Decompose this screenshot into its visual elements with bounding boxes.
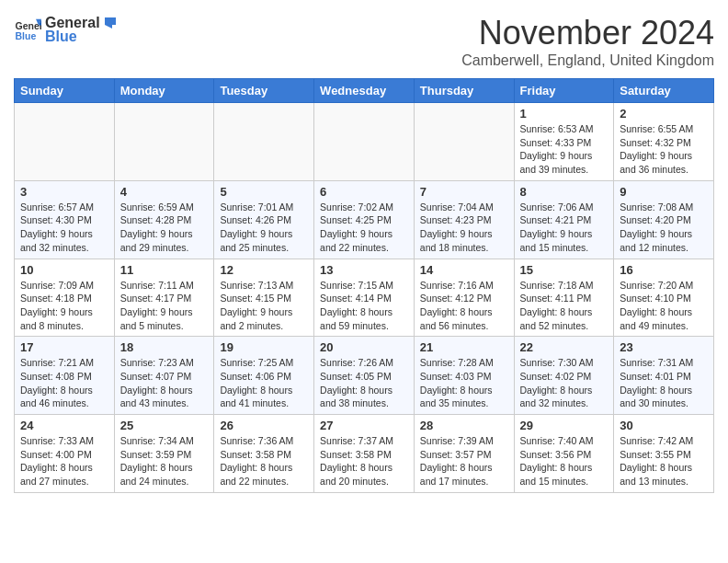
day-number: 4 bbox=[120, 185, 209, 199]
weekday-header-wednesday: Wednesday bbox=[314, 79, 415, 103]
calendar-cell: 1Sunrise: 6:53 AM Sunset: 4:33 PM Daylig… bbox=[514, 103, 614, 181]
calendar-cell: 18Sunrise: 7:23 AM Sunset: 4:07 PM Dayli… bbox=[114, 337, 214, 415]
day-info: Sunrise: 7:04 AM Sunset: 4:23 PM Dayligh… bbox=[420, 201, 508, 255]
logo-icon: General Blue bbox=[14, 16, 41, 43]
calendar-cell: 17Sunrise: 7:21 AM Sunset: 4:08 PM Dayli… bbox=[15, 337, 115, 415]
weekday-header-tuesday: Tuesday bbox=[214, 79, 314, 103]
calendar-week-row: 10Sunrise: 7:09 AM Sunset: 4:18 PM Dayli… bbox=[15, 259, 714, 337]
day-number: 29 bbox=[520, 419, 609, 432]
day-info: Sunrise: 7:16 AM Sunset: 4:12 PM Dayligh… bbox=[420, 279, 508, 333]
day-number: 7 bbox=[420, 185, 508, 199]
logo-arrow-icon bbox=[101, 14, 119, 32]
calendar-cell: 16Sunrise: 7:20 AM Sunset: 4:10 PM Dayli… bbox=[614, 259, 714, 337]
calendar-cell bbox=[414, 103, 514, 181]
day-number: 22 bbox=[520, 340, 609, 354]
calendar-cell: 15Sunrise: 7:18 AM Sunset: 4:11 PM Dayli… bbox=[514, 259, 614, 337]
calendar-cell: 5Sunrise: 7:01 AM Sunset: 4:26 PM Daylig… bbox=[214, 180, 314, 259]
calendar-cell: 2Sunrise: 6:55 AM Sunset: 4:32 PM Daylig… bbox=[614, 103, 714, 181]
calendar-cell: 11Sunrise: 7:11 AM Sunset: 4:17 PM Dayli… bbox=[114, 259, 214, 337]
day-number: 6 bbox=[320, 185, 408, 199]
day-info: Sunrise: 7:08 AM Sunset: 4:20 PM Dayligh… bbox=[620, 201, 708, 255]
calendar-cell bbox=[15, 103, 115, 181]
day-info: Sunrise: 7:15 AM Sunset: 4:14 PM Dayligh… bbox=[320, 279, 408, 333]
day-number: 14 bbox=[420, 263, 508, 277]
day-info: Sunrise: 7:28 AM Sunset: 4:03 PM Dayligh… bbox=[420, 356, 508, 410]
day-info: Sunrise: 7:23 AM Sunset: 4:07 PM Dayligh… bbox=[120, 356, 209, 410]
day-number: 24 bbox=[20, 419, 108, 432]
calendar-header-row: SundayMondayTuesdayWednesdayThursdayFrid… bbox=[15, 79, 714, 103]
day-info: Sunrise: 6:57 AM Sunset: 4:30 PM Dayligh… bbox=[20, 201, 108, 255]
day-info: Sunrise: 7:42 AM Sunset: 3:55 PM Dayligh… bbox=[620, 434, 708, 488]
day-number: 17 bbox=[20, 340, 108, 354]
day-info: Sunrise: 7:33 AM Sunset: 4:00 PM Dayligh… bbox=[20, 434, 108, 488]
calendar-week-row: 17Sunrise: 7:21 AM Sunset: 4:08 PM Dayli… bbox=[15, 337, 714, 415]
day-number: 26 bbox=[220, 419, 308, 432]
day-info: Sunrise: 7:36 AM Sunset: 3:58 PM Dayligh… bbox=[220, 434, 308, 488]
day-number: 25 bbox=[120, 419, 209, 432]
day-number: 23 bbox=[620, 340, 708, 354]
calendar-cell: 27Sunrise: 7:37 AM Sunset: 3:58 PM Dayli… bbox=[314, 415, 415, 493]
calendar-cell bbox=[214, 103, 314, 181]
calendar-cell: 26Sunrise: 7:36 AM Sunset: 3:58 PM Dayli… bbox=[214, 415, 314, 493]
calendar-week-row: 24Sunrise: 7:33 AM Sunset: 4:00 PM Dayli… bbox=[15, 415, 714, 493]
weekday-header-saturday: Saturday bbox=[614, 79, 714, 103]
day-info: Sunrise: 7:39 AM Sunset: 3:57 PM Dayligh… bbox=[420, 434, 508, 488]
day-number: 18 bbox=[120, 340, 209, 354]
day-number: 8 bbox=[520, 185, 609, 199]
day-number: 1 bbox=[520, 107, 609, 121]
day-info: Sunrise: 7:11 AM Sunset: 4:17 PM Dayligh… bbox=[120, 279, 209, 333]
calendar-cell: 28Sunrise: 7:39 AM Sunset: 3:57 PM Dayli… bbox=[414, 415, 514, 493]
calendar-cell: 23Sunrise: 7:31 AM Sunset: 4:01 PM Dayli… bbox=[614, 337, 714, 415]
day-number: 15 bbox=[520, 263, 609, 277]
day-info: Sunrise: 7:34 AM Sunset: 3:59 PM Dayligh… bbox=[120, 434, 209, 488]
svg-marker-4 bbox=[105, 17, 116, 29]
day-number: 3 bbox=[20, 185, 108, 199]
logo: General Blue General Blue bbox=[14, 14, 120, 45]
calendar-cell: 7Sunrise: 7:04 AM Sunset: 4:23 PM Daylig… bbox=[414, 180, 514, 259]
calendar-cell: 25Sunrise: 7:34 AM Sunset: 3:59 PM Dayli… bbox=[114, 415, 214, 493]
calendar-cell: 21Sunrise: 7:28 AM Sunset: 4:03 PM Dayli… bbox=[414, 337, 514, 415]
calendar-cell: 13Sunrise: 7:15 AM Sunset: 4:14 PM Dayli… bbox=[314, 259, 415, 337]
location-title: Camberwell, England, United Kingdom bbox=[461, 52, 714, 69]
day-info: Sunrise: 7:20 AM Sunset: 4:10 PM Dayligh… bbox=[620, 279, 708, 333]
day-number: 2 bbox=[620, 107, 708, 121]
header: General Blue General Blue November 2024 … bbox=[14, 14, 714, 69]
calendar-cell: 14Sunrise: 7:16 AM Sunset: 4:12 PM Dayli… bbox=[414, 259, 514, 337]
day-number: 9 bbox=[620, 185, 708, 199]
day-info: Sunrise: 6:55 AM Sunset: 4:32 PM Dayligh… bbox=[620, 122, 708, 177]
day-number: 27 bbox=[320, 419, 408, 432]
calendar-cell: 10Sunrise: 7:09 AM Sunset: 4:18 PM Dayli… bbox=[15, 259, 115, 337]
day-number: 5 bbox=[220, 185, 308, 199]
day-number: 13 bbox=[320, 263, 408, 277]
title-area: November 2024 Camberwell, England, Unite… bbox=[461, 14, 714, 69]
day-number: 20 bbox=[320, 340, 408, 354]
weekday-header-thursday: Thursday bbox=[414, 79, 514, 103]
day-number: 12 bbox=[220, 263, 308, 277]
day-info: Sunrise: 7:18 AM Sunset: 4:11 PM Dayligh… bbox=[520, 279, 609, 333]
day-info: Sunrise: 7:37 AM Sunset: 3:58 PM Dayligh… bbox=[320, 434, 408, 488]
calendar-cell: 30Sunrise: 7:42 AM Sunset: 3:55 PM Dayli… bbox=[614, 415, 714, 493]
calendar-cell: 19Sunrise: 7:25 AM Sunset: 4:06 PM Dayli… bbox=[214, 337, 314, 415]
calendar-cell: 22Sunrise: 7:30 AM Sunset: 4:02 PM Dayli… bbox=[514, 337, 614, 415]
calendar-cell: 8Sunrise: 7:06 AM Sunset: 4:21 PM Daylig… bbox=[514, 180, 614, 259]
weekday-header-friday: Friday bbox=[514, 79, 614, 103]
calendar-cell: 4Sunrise: 6:59 AM Sunset: 4:28 PM Daylig… bbox=[114, 180, 214, 259]
day-info: Sunrise: 7:01 AM Sunset: 4:26 PM Dayligh… bbox=[220, 201, 308, 255]
calendar-cell: 3Sunrise: 6:57 AM Sunset: 4:30 PM Daylig… bbox=[15, 180, 115, 259]
calendar-cell: 29Sunrise: 7:40 AM Sunset: 3:56 PM Dayli… bbox=[514, 415, 614, 493]
day-info: Sunrise: 7:31 AM Sunset: 4:01 PM Dayligh… bbox=[620, 356, 708, 410]
weekday-header-monday: Monday bbox=[114, 79, 214, 103]
day-number: 21 bbox=[420, 340, 508, 354]
month-title: November 2024 bbox=[461, 14, 714, 52]
calendar-cell: 9Sunrise: 7:08 AM Sunset: 4:20 PM Daylig… bbox=[614, 180, 714, 259]
day-info: Sunrise: 7:30 AM Sunset: 4:02 PM Dayligh… bbox=[520, 356, 609, 410]
weekday-header-sunday: Sunday bbox=[15, 79, 115, 103]
svg-text:Blue: Blue bbox=[16, 30, 37, 41]
day-info: Sunrise: 7:21 AM Sunset: 4:08 PM Dayligh… bbox=[20, 356, 108, 410]
calendar-cell bbox=[114, 103, 214, 181]
calendar-cell: 12Sunrise: 7:13 AM Sunset: 4:15 PM Dayli… bbox=[214, 259, 314, 337]
calendar-week-row: 1Sunrise: 6:53 AM Sunset: 4:33 PM Daylig… bbox=[15, 103, 714, 181]
calendar-week-row: 3Sunrise: 6:57 AM Sunset: 4:30 PM Daylig… bbox=[15, 180, 714, 259]
day-number: 11 bbox=[120, 263, 209, 277]
day-info: Sunrise: 7:09 AM Sunset: 4:18 PM Dayligh… bbox=[20, 279, 108, 333]
